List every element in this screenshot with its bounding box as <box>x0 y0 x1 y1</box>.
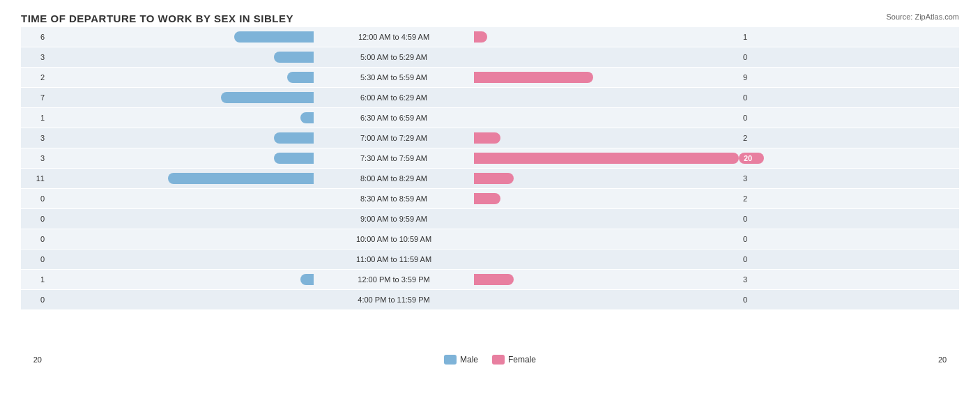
legend-area: Male Female <box>46 355 934 365</box>
female-bar <box>474 193 500 204</box>
female-bar-side <box>474 49 739 65</box>
female-bar <box>474 173 514 184</box>
female-bar-side <box>474 90 739 105</box>
legend-male: Male <box>444 355 478 365</box>
male-bar-side <box>49 191 314 206</box>
table-row: 612:00 AM to 4:59 AM1 <box>21 27 959 47</box>
female-value: 0 <box>739 255 764 263</box>
male-bar <box>168 173 314 184</box>
female-bar-side <box>474 151 739 166</box>
female-value: 0 <box>739 114 764 122</box>
male-bar-side <box>49 29 314 45</box>
table-row: 37:00 AM to 7:29 AM2 <box>21 128 959 148</box>
male-value: 3 <box>21 154 49 162</box>
bottom-row: 20 Male Female 20 <box>21 355 959 365</box>
female-value: 0 <box>739 296 764 304</box>
male-bar-side <box>49 171 314 186</box>
female-bar <box>474 72 593 83</box>
female-value: 3 <box>739 174 764 183</box>
male-value: 1 <box>21 275 49 284</box>
male-bar <box>300 112 314 123</box>
time-label: 7:30 AM to 7:59 AM <box>314 154 474 162</box>
time-label: 12:00 AM to 4:59 AM <box>314 33 474 41</box>
male-bar-side <box>49 90 314 105</box>
time-label: 4:00 PM to 11:59 PM <box>314 296 474 304</box>
male-bar <box>274 153 314 164</box>
female-bar-side <box>474 70 739 85</box>
male-value: 3 <box>21 134 49 142</box>
female-bar-side <box>474 252 739 267</box>
male-value: 0 <box>21 215 49 223</box>
table-row: 010:00 AM to 10:59 AM0 <box>21 229 959 249</box>
table-row: 16:30 AM to 6:59 AM0 <box>21 108 959 128</box>
chart-area: 612:00 AM to 4:59 AM135:00 AM to 5:29 AM… <box>21 27 959 352</box>
female-value: 0 <box>739 215 764 223</box>
male-value: 0 <box>21 296 49 304</box>
female-value: 0 <box>739 235 764 243</box>
female-value: 2 <box>739 134 764 142</box>
axis-left-label: 20 <box>21 355 46 364</box>
time-label: 6:00 AM to 6:29 AM <box>314 93 474 102</box>
time-label: 9:00 AM to 9:59 AM <box>314 215 474 223</box>
female-value: 1 <box>739 33 764 41</box>
female-bar-side <box>474 231 739 247</box>
male-bar-side <box>49 231 314 247</box>
female-bar <box>474 132 500 144</box>
table-row: 118:00 AM to 8:29 AM3 <box>21 169 959 188</box>
time-label: 8:00 AM to 8:29 AM <box>314 174 474 183</box>
table-row: 112:00 PM to 3:59 PM3 <box>21 270 959 289</box>
male-bar-side <box>49 110 314 125</box>
legend-female-label: Female <box>508 355 536 365</box>
female-bar-side <box>474 171 739 186</box>
time-label: 6:30 AM to 6:59 AM <box>314 114 474 122</box>
female-bar-side <box>474 110 739 125</box>
time-label: 10:00 AM to 10:59 AM <box>314 235 474 243</box>
female-bar <box>474 153 739 164</box>
male-bar <box>221 92 314 103</box>
female-bar-side <box>474 29 739 45</box>
table-row: 011:00 AM to 11:59 AM0 <box>21 250 959 269</box>
female-bar-side <box>474 191 739 206</box>
table-row: 09:00 AM to 9:59 AM0 <box>21 209 959 229</box>
table-row: 08:30 AM to 8:59 AM2 <box>21 189 959 208</box>
axis-right-label: 20 <box>934 355 959 364</box>
male-value: 0 <box>21 255 49 263</box>
chart-container: TIME OF DEPARTURE TO WORK BY SEX IN SIBL… <box>0 0 980 414</box>
male-bar-side <box>49 49 314 65</box>
time-label: 5:00 AM to 5:29 AM <box>314 53 474 61</box>
legend-female-box <box>492 355 505 365</box>
male-value: 3 <box>21 53 49 61</box>
male-bar-side <box>49 272 314 287</box>
table-row: 35:00 AM to 5:29 AM0 <box>21 47 959 67</box>
female-value: 9 <box>739 73 764 82</box>
male-bar <box>300 274 314 285</box>
time-label: 12:00 PM to 3:59 PM <box>314 275 474 284</box>
female-value: 0 <box>739 93 764 102</box>
male-bar-side <box>49 70 314 85</box>
male-bar-side <box>49 211 314 227</box>
male-value: 0 <box>21 194 49 203</box>
male-value: 7 <box>21 93 49 102</box>
legend-male-label: Male <box>460 355 478 365</box>
female-bar-side <box>474 211 739 227</box>
male-value: 0 <box>21 235 49 243</box>
female-bar-side <box>474 130 739 146</box>
source-label: Source: ZipAtlas.com <box>886 13 959 21</box>
male-bar <box>287 72 314 83</box>
female-value: 3 <box>739 275 764 284</box>
male-value: 11 <box>21 174 49 183</box>
male-bar <box>234 31 314 43</box>
male-bar <box>274 52 314 63</box>
female-bar <box>474 274 514 285</box>
male-bar-side <box>49 252 314 267</box>
male-bar-side <box>49 292 314 307</box>
female-value: 0 <box>739 53 764 61</box>
male-value: 2 <box>21 73 49 82</box>
table-row: 76:00 AM to 6:29 AM0 <box>21 88 959 107</box>
time-label: 7:00 AM to 7:29 AM <box>314 134 474 142</box>
male-value: 1 <box>21 114 49 122</box>
male-value: 6 <box>21 33 49 41</box>
table-row: 25:30 AM to 5:59 AM9 <box>21 68 959 87</box>
chart-title: TIME OF DEPARTURE TO WORK BY SEX IN SIBL… <box>21 13 959 24</box>
time-label: 8:30 AM to 8:59 AM <box>314 194 474 203</box>
